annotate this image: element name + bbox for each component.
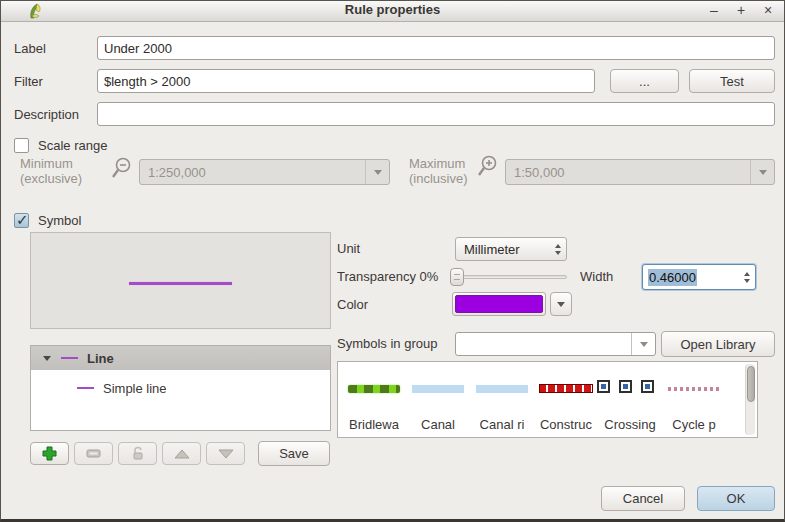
- tree-child-row[interactable]: Simple line: [31, 376, 330, 400]
- symbol-preview-line: [129, 282, 232, 285]
- construction-line-icon: [539, 384, 593, 393]
- minimum-scale-label-line1: Minimum: [20, 156, 82, 171]
- move-layer-down-button[interactable]: [206, 442, 245, 465]
- cycle-path-line-icon: [668, 387, 720, 391]
- close-icon[interactable]: ×: [761, 1, 775, 19]
- ok-button[interactable]: OK: [697, 486, 775, 511]
- zoom-in-icon: [476, 154, 498, 178]
- up-arrow-icon: [174, 449, 190, 459]
- list-item[interactable]: Crossing: [598, 368, 662, 435]
- description-field-label: Description: [14, 107, 79, 122]
- maximum-scale-label: Maximum (inclusive): [409, 156, 468, 186]
- symbol-library-list: Bridlewa Canal Canal ri Construc Crossin…: [337, 361, 758, 438]
- symbol-name: Bridlewa: [349, 417, 399, 432]
- open-library-button[interactable]: Open Library: [661, 331, 775, 357]
- symbol-name: Cycle p: [672, 417, 715, 432]
- maximum-scale-combo[interactable]: 1:50,000: [505, 159, 775, 185]
- symbol-checkbox[interactable]: [14, 213, 29, 228]
- simple-line-icon: [77, 387, 94, 389]
- width-spinbox[interactable]: 0.46000: [642, 264, 756, 290]
- rule-properties-dialog: Rule properties – + × Label Filter ... T…: [0, 0, 785, 522]
- color-label: Color: [337, 297, 368, 312]
- minimize-icon[interactable]: –: [707, 1, 721, 19]
- symbol-name: Crossing: [604, 417, 655, 432]
- titlebar: Rule properties – + ×: [0, 0, 785, 22]
- canal-river-line-icon: [476, 385, 528, 393]
- expander-icon[interactable]: [43, 356, 51, 361]
- maximum-scale-label-line1: Maximum: [409, 156, 468, 171]
- maximum-scale-dropdown-icon[interactable]: [750, 160, 774, 184]
- list-item[interactable]: Canal: [406, 368, 470, 435]
- color-dropdown-button[interactable]: [550, 292, 572, 316]
- library-scrollbar-thumb[interactable]: [747, 366, 755, 402]
- symbols-in-group-combo[interactable]: [455, 332, 656, 356]
- list-item[interactable]: Construc: [534, 368, 598, 435]
- list-item[interactable]: Canal ri: [470, 368, 534, 435]
- symbol-name: Canal: [421, 417, 455, 432]
- lock-icon: [131, 446, 145, 461]
- expression-builder-button[interactable]: ...: [610, 69, 679, 93]
- maximize-icon[interactable]: +: [734, 1, 748, 19]
- symbols-in-group-label: Symbols in group: [337, 336, 437, 351]
- description-input[interactable]: [97, 102, 775, 126]
- unit-spinner-icon[interactable]: [555, 238, 561, 260]
- symbol-layer-tree: Line Simple line: [30, 345, 331, 431]
- cancel-button[interactable]: Cancel: [601, 486, 685, 511]
- test-filter-button[interactable]: Test: [689, 69, 775, 93]
- tree-root-row[interactable]: Line: [31, 346, 330, 370]
- window-title: Rule properties: [0, 2, 785, 17]
- scale-range-checkbox[interactable]: [14, 138, 29, 153]
- canal-line-icon: [412, 385, 464, 393]
- label-input[interactable]: [97, 36, 775, 60]
- tree-child-label: Simple line: [103, 381, 167, 396]
- width-value: 0.46000: [648, 269, 697, 286]
- plus-icon: [42, 446, 57, 461]
- crossing-markers-icon: [597, 380, 657, 396]
- color-button[interactable]: [452, 292, 546, 316]
- move-layer-up-button[interactable]: [162, 442, 201, 465]
- down-arrow-icon: [218, 449, 234, 459]
- unit-value: Millimeter: [464, 242, 520, 257]
- filter-field-label: Filter: [14, 74, 43, 89]
- width-spinner-icon[interactable]: [744, 265, 750, 289]
- maximum-scale-value: 1:50,000: [514, 165, 565, 180]
- tree-root-label: Line: [87, 351, 114, 366]
- symbol-name: Canal ri: [480, 417, 525, 432]
- minimum-scale-value: 1:250,000: [148, 165, 206, 180]
- list-item[interactable]: Bridlewa: [342, 368, 406, 435]
- add-layer-button[interactable]: [30, 442, 69, 465]
- remove-layer-button[interactable]: [74, 442, 113, 465]
- bridleway-line-icon: [348, 385, 400, 393]
- symbol-name: Construc: [540, 417, 592, 432]
- minimum-scale-label-line2: (exclusive): [20, 171, 82, 186]
- color-swatch-fill: [455, 295, 543, 313]
- transparency-slider-handle[interactable]: [450, 268, 464, 286]
- minimum-scale-label: Minimum (exclusive): [20, 156, 82, 186]
- unit-combo[interactable]: Millimeter: [455, 237, 567, 261]
- scale-range-label: Scale range: [38, 138, 107, 153]
- maximum-scale-label-line2: (inclusive): [409, 171, 468, 186]
- transparency-label: Transparency 0%: [337, 269, 438, 284]
- zoom-out-icon: [110, 156, 132, 180]
- library-scrollbar[interactable]: [745, 364, 755, 435]
- label-field-label: Label: [14, 41, 46, 56]
- symbol-label: Symbol: [38, 213, 81, 228]
- symbols-in-group-dropdown-icon[interactable]: [631, 333, 655, 355]
- minus-icon: [86, 449, 101, 458]
- symbol-preview: [30, 232, 331, 329]
- list-item[interactable]: Cycle p: [662, 368, 726, 435]
- unit-label: Unit: [337, 241, 360, 256]
- line-symbol-icon: [61, 357, 78, 359]
- minimum-scale-combo[interactable]: 1:250,000: [139, 159, 390, 185]
- save-symbol-button[interactable]: Save: [258, 441, 330, 466]
- minimum-scale-dropdown-icon[interactable]: [365, 160, 389, 184]
- filter-input[interactable]: [97, 69, 595, 93]
- width-label: Width: [580, 269, 613, 284]
- transparency-slider-track[interactable]: [451, 275, 567, 279]
- lock-layer-button[interactable]: [118, 442, 157, 465]
